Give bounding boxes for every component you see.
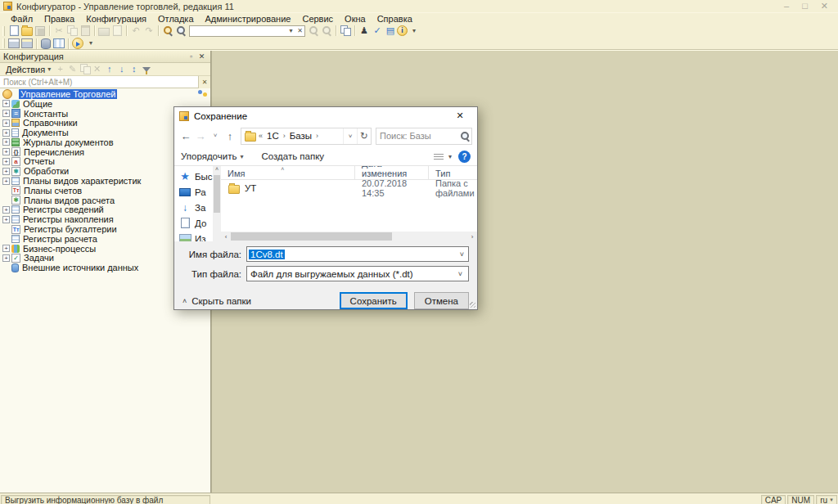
menu-item-debug[interactable]: Отладка [152,14,199,24]
filetype-select[interactable]: Файл для выгружаемых данных (*.dt) ˅ [246,266,469,281]
expand-icon[interactable]: + [2,100,10,107]
chevron-down-icon[interactable]: ▾ [286,27,295,34]
move-up-icon[interactable]: ↑ [103,63,115,75]
sort-icon[interactable]: ↕ [128,63,140,75]
save-button[interactable]: Сохранить [340,292,408,309]
file-row[interactable]: УТ20.07.2018 14:35Папка с файлами [221,180,477,196]
configuration-store-icon[interactable] [20,38,34,50]
hide-folders-button[interactable]: ˄ Скрыть папки [182,296,251,306]
recent-locations-icon[interactable]: ˅ [209,130,222,142]
menu-item-help[interactable]: Справка [372,14,418,24]
expand-icon[interactable]: + [2,148,10,155]
breadcrumb-item[interactable]: Базы [287,131,314,141]
panel-close-icon[interactable]: ✕ [196,51,207,63]
find-next-icon[interactable] [307,25,320,37]
filename-input[interactable]: 1Cv8.dt ˅ [246,246,469,262]
find-previous-icon[interactable] [320,25,333,37]
new-file-icon[interactable] [7,25,20,37]
dialog-sidebar-documents[interactable]: До [174,215,213,231]
cancel-button[interactable]: Отмена [414,292,469,309]
add-icon[interactable]: + [54,63,66,75]
toolbar-overflow-icon[interactable]: ▾ [408,25,421,37]
start-debugging-icon[interactable] [71,38,84,50]
close-icon[interactable]: ✕ [821,1,828,11]
horizontal-scrollbar[interactable]: ‹ › [221,232,477,241]
clear-search-icon[interactable]: ✕ [198,76,210,88]
toolbar-overflow-icon[interactable]: ▾ [84,38,97,50]
dialog-sidebar-desktop[interactable]: Ра [174,184,213,200]
tree-root[interactable]: Управление Торговлей [0,89,210,99]
menu-item-edit[interactable]: Правка [38,14,80,24]
dialog-sidebar-pictures[interactable]: Из [174,231,213,241]
expand-icon[interactable]: + [2,245,10,252]
search-icon[interactable] [458,130,471,142]
scroll-left-icon[interactable]: ‹ [221,233,231,241]
expand-icon[interactable]: + [2,138,10,146]
toolbar-grip[interactable] [2,38,5,48]
chevron-down-icon[interactable]: ˅ [460,250,466,259]
scroll-up-icon[interactable]: ˄ [215,166,219,174]
duplicate-icon[interactable] [79,63,91,75]
expand-icon[interactable]: + [2,216,10,223]
global-search-icon[interactable] [161,25,174,37]
expand-icon[interactable]: + [2,158,10,165]
menu-item-configuration[interactable]: Конфигурация [80,14,152,24]
dialog-close-icon[interactable]: ✕ [448,107,472,124]
help-icon[interactable]: ? [458,151,471,163]
expand-icon[interactable]: + [2,178,10,185]
move-down-icon[interactable]: ↓ [115,63,128,75]
scrollbar-thumb[interactable] [214,175,220,213]
up-icon[interactable]: ↑ [223,130,237,142]
new-window-icon[interactable] [339,25,352,37]
expand-icon[interactable]: + [2,129,10,137]
clear-search-icon[interactable]: ✕ [295,27,304,34]
print-preview-icon[interactable] [110,25,124,37]
filter-icon[interactable] [140,63,152,75]
database-configuration-icon[interactable] [39,38,52,50]
resize-grip[interactable] [470,302,475,308]
paste-icon[interactable] [79,25,92,37]
sidebar-scrollbar[interactable]: ˄ [213,166,221,241]
menu-item-windows[interactable]: Окна [339,14,372,24]
back-icon[interactable]: ← [179,130,192,142]
dialog-search-input[interactable] [376,131,458,141]
scroll-right-icon[interactable]: › [467,233,477,241]
forward-icon[interactable]: → [194,130,207,142]
dialog-sidebar-downloads[interactable]: ↓За [174,200,213,215]
open-file-icon[interactable] [20,25,34,37]
actions-menu-button[interactable]: Действия ▾ [2,65,54,74]
column-header-2[interactable]: Дата изменения [355,166,429,179]
expand-icon[interactable]: + [2,110,10,117]
compare-configurations-icon[interactable] [52,38,65,50]
copy-icon[interactable] [65,25,79,37]
cut-icon[interactable]: ✂ [52,25,65,37]
edit-icon[interactable]: ✎ [66,63,79,75]
menu-item-administration[interactable]: Администрирование [200,14,297,24]
new-folder-button[interactable]: Создать папку [261,151,324,161]
save-icon[interactable] [34,25,47,37]
delete-icon[interactable]: ✕ [91,63,103,75]
minimize-icon[interactable]: – [784,1,789,11]
column-header-1[interactable]: ˄Имя [221,166,355,179]
menu-item-service[interactable]: Сервис [296,14,339,24]
toolbar-search-input[interactable] [190,26,286,36]
open-configuration-icon[interactable] [7,38,20,50]
address-dropdown-icon[interactable]: ˅ [343,128,357,144]
menu-item-file[interactable]: Файл [5,14,38,24]
maximize-icon[interactable]: □ [802,1,808,11]
print-icon[interactable] [97,25,110,37]
expand-icon[interactable]: + [2,119,10,127]
address-bar[interactable]: « 1С›Базы› ˅ ↻ [241,128,372,145]
refresh-icon[interactable]: ↻ [357,128,371,144]
dialog-sidebar-quick-access[interactable]: ★Быс [174,169,213,184]
column-header-3[interactable]: Тип [429,166,477,179]
expand-icon[interactable]: + [2,206,10,214]
tree-search-input[interactable] [0,78,198,87]
redo-icon[interactable]: ↷ [142,25,155,37]
about-icon[interactable]: i [397,25,408,36]
check-modules-icon[interactable]: ♟ [358,25,371,37]
zoom-icon[interactable] [174,25,187,37]
undo-icon[interactable]: ↶ [129,25,142,37]
organize-button[interactable]: Упорядочить ▾ [181,151,243,161]
toolbar-grip[interactable] [2,26,5,36]
